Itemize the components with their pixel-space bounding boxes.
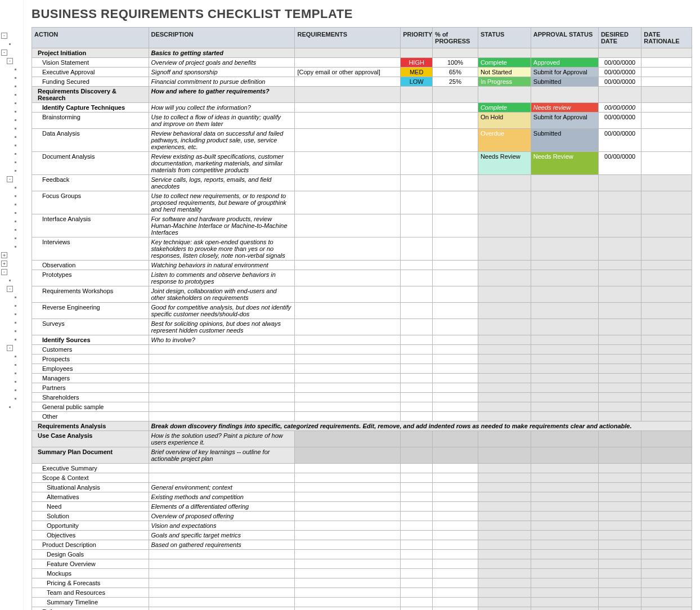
row-progress[interactable] [433,550,478,559]
row-rationale[interactable] [641,383,692,393]
row-progress[interactable] [433,345,478,355]
row-approval[interactable] [531,447,598,464]
row-requirements[interactable] [295,113,401,129]
row-progress[interactable] [433,588,478,598]
table-row[interactable]: Pricing & Forecasts [32,578,692,588]
row-priority[interactable] [401,237,433,261]
row-approval[interactable] [531,521,598,531]
row-progress[interactable] [433,355,478,364]
row-status[interactable] [478,598,531,607]
row-status[interactable] [478,355,531,364]
table-row[interactable]: Situational AnalysisGeneral environment;… [32,483,692,492]
table-row[interactable]: Requirements WorkshopsJoint design, coll… [32,286,692,303]
row-priority[interactable] [401,364,433,374]
row-rationale[interactable] [641,393,692,402]
row-progress[interactable] [433,383,478,393]
row-priority[interactable] [401,550,433,559]
row-progress[interactable]: 65% [433,68,478,77]
row-approval[interactable] [531,270,598,286]
row-status[interactable] [478,214,531,237]
row-approval[interactable] [531,319,598,335]
row-approval[interactable] [531,607,598,611]
row-approval[interactable] [531,550,598,559]
table-row[interactable]: Partners [32,383,692,393]
row-requirements[interactable] [295,473,401,483]
row-rationale[interactable] [641,214,692,237]
row-progress[interactable] [433,237,478,261]
row-approval[interactable] [531,175,598,191]
row-rationale[interactable] [641,569,692,578]
row-date[interactable] [598,540,641,550]
row-priority[interactable]: LOW [401,77,433,87]
table-row[interactable]: Requirements Discovery & ResearchHow and… [32,87,692,103]
table-row[interactable]: Funding SecuredFinancial commitment to p… [32,77,692,87]
row-priority[interactable] [401,355,433,364]
table-row[interactable]: Prospects [32,355,692,364]
row-status[interactable] [478,383,531,393]
row-rationale[interactable] [641,588,692,598]
row-status[interactable] [478,521,531,531]
row-requirements[interactable] [295,364,401,374]
row-rationale[interactable] [641,598,692,607]
table-row[interactable]: FeedbackService calls, logs, reports, em… [32,175,692,191]
row-requirements[interactable] [295,77,401,87]
row-progress[interactable] [433,473,478,483]
row-requirements[interactable] [295,512,401,521]
row-rationale[interactable] [641,464,692,473]
row-requirements[interactable] [295,464,401,473]
table-row[interactable]: Identify SourcesWho to involve? [32,335,692,345]
row-approval[interactable] [531,237,598,261]
row-status[interactable] [478,550,531,559]
row-requirements[interactable]: [Copy email or other approval] [295,68,401,77]
row-status[interactable]: Overdue [478,129,531,152]
row-status[interactable] [478,270,531,286]
row-status[interactable]: In Progress [478,77,531,87]
row-date[interactable] [598,412,641,421]
row-approval[interactable] [531,559,598,569]
row-status[interactable] [478,607,531,611]
row-priority[interactable] [401,464,433,473]
row-status[interactable] [478,431,531,447]
table-row[interactable]: BrainstormingUse to collect a flow of id… [32,113,692,129]
row-date[interactable]: 00/00/0000 [598,77,641,87]
row-date[interactable] [598,270,641,286]
row-status[interactable] [478,447,531,464]
row-progress[interactable] [433,607,478,611]
row-date[interactable] [598,531,641,540]
row-status[interactable]: Needs Review [478,152,531,175]
row-date[interactable]: 00/00/0000 [598,103,641,113]
table-row[interactable]: PrototypesListen to comments and observe… [32,270,692,286]
table-row[interactable]: Employees [32,364,692,374]
row-approval[interactable]: Submit for Approval [531,68,598,77]
row-priority[interactable] [401,402,433,412]
row-rationale[interactable] [641,483,692,492]
table-row[interactable]: Design Goals [32,550,692,559]
row-rationale[interactable] [641,492,692,502]
row-priority[interactable] [401,540,433,550]
row-rationale[interactable] [641,550,692,559]
row-requirements[interactable] [295,447,401,464]
row-date[interactable] [598,607,641,611]
table-row[interactable]: ObjectivesGoals and specific target metr… [32,531,692,540]
row-priority[interactable]: HIGH [401,58,433,68]
table-row[interactable]: Reverse EngineeringGood for competitive … [32,303,692,319]
row-date[interactable]: 00/00/0000 [598,58,641,68]
row-status[interactable] [478,531,531,540]
row-date[interactable] [598,237,641,261]
row-rationale[interactable] [641,237,692,261]
row-status[interactable] [478,578,531,588]
table-row[interactable]: Customers [32,345,692,355]
table-row[interactable]: Scope & Context [32,473,692,483]
row-requirements[interactable] [295,492,401,502]
table-row[interactable]: Interface AnalysisFor software and hardw… [32,214,692,237]
row-progress[interactable] [433,270,478,286]
row-status[interactable] [478,364,531,374]
row-progress[interactable] [433,103,478,113]
row-date[interactable] [598,521,641,531]
row-rationale[interactable] [641,113,692,129]
row-rationale[interactable] [641,286,692,303]
row-approval[interactable] [531,540,598,550]
row-progress[interactable] [433,540,478,550]
row-approval[interactable] [531,402,598,412]
row-priority[interactable] [401,531,433,540]
